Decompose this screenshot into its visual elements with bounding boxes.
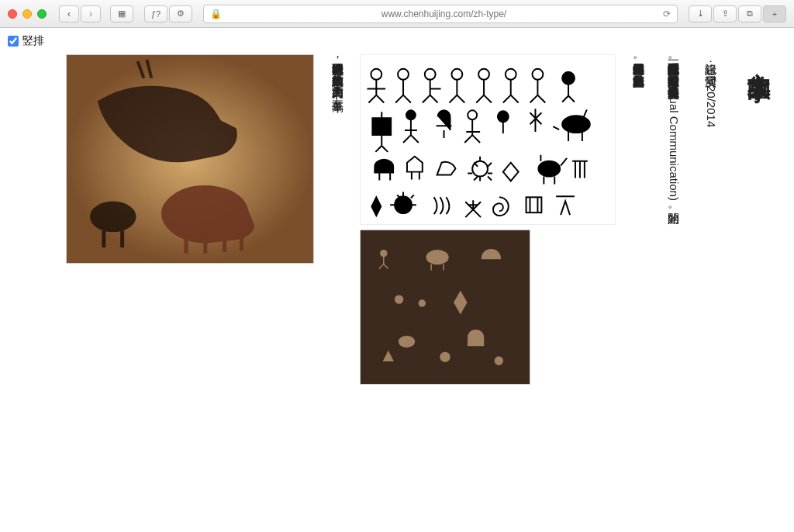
- paragraph-1: 人類和其他生物物種總是在以自己獨特的方式和語言給大自然和自己的生命歷程留下一些印…: [662, 54, 685, 520]
- reader-button[interactable]: ƒ?: [144, 5, 167, 22]
- article-body: 文字的故事 記錄：演變 05/20/2014 人類和其他生物物種總是在以自己獨特…: [0, 54, 794, 532]
- svg-point-23: [440, 352, 450, 361]
- article-title: 文字的故事: [737, 54, 782, 520]
- downloads-button[interactable]: ⤓: [689, 5, 712, 22]
- svg-rect-16: [526, 197, 541, 212]
- new-tab-button[interactable]: +: [763, 5, 786, 22]
- svg-point-5: [505, 69, 516, 80]
- svg-rect-8: [372, 118, 391, 135]
- browser-toolbar: ‹ › ▦ ƒ? ⚙ 🔒 www.chenhuijing.com/zh-type…: [0, 0, 794, 28]
- svg-point-0: [371, 69, 381, 80]
- svg-point-20: [395, 295, 402, 303]
- svg-point-3: [451, 69, 462, 80]
- sidebar-button[interactable]: ▦: [110, 5, 133, 22]
- back-button[interactable]: ‹: [59, 5, 79, 22]
- layout-toggle-row: 竪排: [0, 28, 794, 54]
- address-bar[interactable]: 🔒 www.chenhuijing.com/zh-type/ ⟳: [203, 5, 678, 23]
- vertical-toggle-label: 竪排: [22, 34, 44, 48]
- nav-history-buttons: ‹ ›: [59, 5, 101, 22]
- svg-point-27: [90, 202, 136, 233]
- svg-point-6: [532, 69, 543, 80]
- svg-point-21: [419, 300, 425, 306]
- svg-point-19: [426, 250, 448, 264]
- svg-point-2: [424, 69, 435, 80]
- url-text: www.chenhuijing.com/zh-type/: [225, 9, 663, 19]
- forward-button[interactable]: ›: [81, 5, 101, 22]
- reload-button[interactable]: ⟳: [663, 9, 671, 19]
- svg-point-12: [562, 116, 590, 133]
- article-meta: 記錄：演變 05/20/2014: [700, 54, 723, 520]
- vertical-toggle[interactable]: 竪排: [8, 34, 786, 48]
- svg-point-7: [562, 72, 575, 85]
- share-button[interactable]: ⇪: [713, 5, 737, 22]
- vertical-toggle-checkbox[interactable]: [8, 36, 19, 47]
- plugin-button[interactable]: ⚙: [169, 5, 192, 22]
- paragraph-3: 法國發現的拉斯考克岩洞中，古代人類的原始繪畫，大約西元前一萬——萬五千年: [326, 54, 349, 520]
- svg-point-14: [538, 161, 560, 177]
- close-window-button[interactable]: [8, 9, 17, 19]
- svg-point-1: [398, 69, 409, 80]
- paragraph-2: 最早的視覺傳達方式基本都是利用圖形進行的。這是北美印地安在史前的岩洞壁畫: [628, 54, 651, 520]
- petroglyph-line-art-image: [360, 54, 616, 225]
- minimize-window-button[interactable]: [22, 9, 32, 19]
- svg-point-4: [478, 69, 489, 80]
- svg-point-24: [495, 357, 502, 364]
- svg-point-9: [406, 110, 415, 119]
- figure-petroglyph-drawings: [360, 54, 616, 385]
- svg-point-18: [380, 250, 386, 257]
- svg-point-10: [468, 110, 477, 119]
- tabs-button[interactable]: ⧉: [738, 5, 761, 22]
- p3-pre: 法國發現的拉斯考克岩洞中，古代人類的原始繪畫，大約西元前一萬: [332, 54, 345, 78]
- figure-lascaux: [66, 54, 314, 264]
- svg-point-22: [399, 337, 414, 347]
- lascaux-cave-painting-image: [66, 54, 314, 264]
- window-controls: [8, 9, 47, 19]
- fullscreen-window-button[interactable]: [37, 9, 47, 19]
- em-dash: ——: [326, 78, 349, 92]
- page-viewport: 竪排 文字的故事 記錄：演變 05/20/2014 人類和其他生物物種總是在以自…: [0, 28, 794, 532]
- petroglyph-rock-image: [360, 230, 530, 385]
- lock-icon: 🔒: [210, 9, 222, 19]
- svg-point-11: [497, 111, 508, 122]
